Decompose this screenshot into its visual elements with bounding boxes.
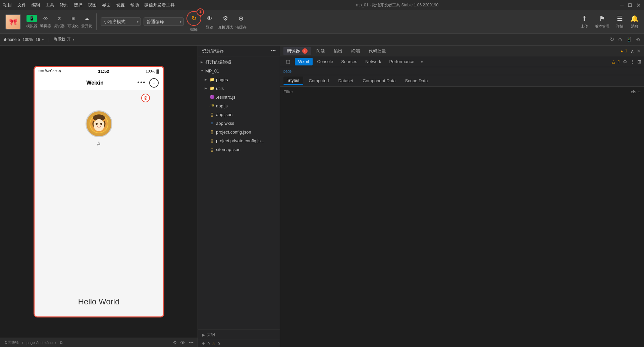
rotate-icon[interactable]: ⟲ (636, 37, 640, 42)
preview-group[interactable]: 👁 预览 (204, 14, 215, 30)
settings-icon[interactable]: ⚙ (173, 340, 177, 345)
menu-help[interactable]: 帮助 (130, 2, 139, 8)
editor-group[interactable]: </> 编辑器 (40, 15, 51, 29)
simulator-btn[interactable]: 📱 (26, 15, 37, 22)
appjs-label: app.js (216, 103, 228, 108)
menu-project[interactable]: 项目 (3, 2, 12, 8)
file-appjs[interactable]: JS app.js (198, 101, 280, 110)
file-explorer-more-icon[interactable]: ••• (271, 48, 276, 53)
more-tabs-btn[interactable]: » (419, 58, 426, 65)
eye-icon[interactable]: 👁 (180, 340, 185, 345)
nav-circle-icon[interactable]: ⊙ (149, 78, 159, 88)
folder-yellow-icon: 📁 (209, 77, 215, 82)
tab-sources[interactable]: Sources (338, 58, 361, 65)
file-appwxss[interactable]: ≡ app.wxss (198, 119, 280, 128)
hot-reload-toggle[interactable]: 热重载 开 ▼ (53, 37, 75, 42)
tab-console[interactable]: Console (314, 58, 337, 65)
add-style-btn[interactable]: + (638, 89, 641, 95)
menu-bar[interactable]: 项目 文件 编辑 工具 转到 选择 视图 界面 设置 帮助 微信开发者工具 (3, 2, 175, 8)
file-eslintrc[interactable]: 🟣 .eslintrc.js (198, 93, 280, 101)
mode-select-wrapper[interactable]: 小程序模式 (101, 17, 141, 26)
preview-btn[interactable]: 👁 (204, 14, 215, 23)
tab-debugger[interactable]: 调试器 1 (283, 47, 311, 55)
open-editors-section[interactable]: ▶ 打开的编辑器 (198, 58, 280, 66)
tab-component-data[interactable]: Component Data (359, 77, 399, 85)
avatar-svg (89, 114, 109, 134)
menu-edit[interactable]: 编辑 (32, 2, 40, 8)
tab-wxml[interactable]: Wxml (295, 58, 313, 65)
tab-dataset[interactable]: Dataset (334, 77, 357, 85)
real-debug-group[interactable]: ⚙ 真机调试 (218, 13, 233, 30)
folder-pages[interactable]: ▶ 📁 pages (198, 75, 280, 84)
minimize-button[interactable]: ─ (620, 2, 624, 8)
upload-group[interactable]: ⬆ 上传 (581, 14, 588, 29)
simulator-group[interactable]: 📱 模拟器 (26, 15, 37, 29)
menu-settings[interactable]: 设置 (116, 2, 125, 8)
project-root[interactable]: ▼ MP_01 (198, 66, 280, 75)
tab-styles[interactable]: Styles (283, 77, 303, 85)
tab-terminal[interactable]: 终端 (348, 47, 363, 55)
visual-group[interactable]: ⊞ 可视化 (67, 15, 78, 29)
visual-btn[interactable]: ⊞ (69, 15, 77, 22)
file-projectconfig[interactable]: {} project.config.json (198, 128, 280, 136)
maximize-button[interactable]: □ (628, 2, 632, 8)
tab-network[interactable]: Network (362, 58, 385, 65)
cloud-label: 云开发 (81, 23, 92, 29)
panel-layout-icon[interactable]: ⊞ (637, 59, 641, 64)
tab-computed[interactable]: Computed (305, 77, 333, 85)
menu-file[interactable]: 文件 (17, 2, 26, 8)
message-group[interactable]: 🔔 消息 (630, 14, 639, 29)
tab-output[interactable]: 输出 (330, 47, 346, 55)
debugger-btn[interactable]: ⧖ (55, 15, 63, 22)
window-controls[interactable]: ─ □ ✕ (620, 2, 641, 8)
chevron-up-icon[interactable]: ∧ (631, 48, 634, 54)
more-icon[interactable]: ••• (189, 340, 194, 345)
phone-icon[interactable]: 📱 (626, 37, 632, 42)
circled-one-icon: ① (197, 8, 204, 16)
mode-select[interactable]: 小程序模式 (101, 17, 141, 26)
tab-quality[interactable]: 代码质量 (365, 47, 389, 55)
more-settings-icon[interactable]: ⋮ (630, 59, 635, 64)
stop-icon[interactable]: ⊙ (618, 37, 622, 42)
page-copy-icon[interactable]: ⧉ (60, 340, 63, 345)
menu-goto[interactable]: 转到 (60, 2, 68, 8)
gear-icon[interactable]: ⚙ (623, 59, 627, 64)
device-selector[interactable]: iPhone 5 100% 16 ▼ (4, 37, 44, 42)
file-panel-bottom: ⊗ 0 △ 0 (198, 340, 280, 347)
cloud-btn[interactable]: ☁ (82, 15, 92, 22)
menu-wechat-devtools[interactable]: 微信开发者工具 (144, 2, 175, 8)
tab-inspect[interactable]: ⬚ (283, 58, 293, 65)
debugger-group[interactable]: ⧖ 调试器 (54, 15, 65, 29)
real-debug-btn[interactable]: ⚙ (220, 13, 231, 23)
menu-tools[interactable]: 工具 (46, 2, 54, 8)
devtools-panel: 调试器 1 问题 输出 终端 代码质量 ▲ 1 ∧ ✕ (280, 46, 644, 347)
styles-filter-input[interactable] (283, 89, 630, 94)
more-dots-icon[interactable]: ••• (138, 79, 146, 86)
refresh-icon[interactable]: ↻ (610, 36, 614, 43)
tab-issues[interactable]: 问题 (313, 47, 328, 55)
file-projectprivate[interactable]: {} project.private.config.js... (198, 136, 280, 145)
cloud-icon: ☁ (85, 16, 89, 21)
compile-select-wrapper[interactable]: 普通编译 (144, 17, 184, 26)
folder-utils[interactable]: ▶ 📁 utils (198, 84, 280, 93)
cloud-group[interactable]: ☁ 云开发 (81, 15, 92, 29)
tab-scope-data[interactable]: Scope Data (401, 77, 432, 85)
file-sitemap[interactable]: {} sitemap.json (198, 145, 280, 154)
menu-view[interactable]: 视图 (88, 2, 97, 8)
visual-icon: ⊞ (71, 16, 75, 21)
file-appjson[interactable]: {} app.json (198, 110, 280, 119)
detail-group[interactable]: ☰ 详情 (616, 14, 624, 29)
version-group[interactable]: ⚑ 版本管理 (595, 14, 609, 29)
devtools-close-icon[interactable]: ✕ (637, 48, 641, 54)
clear-cache-btn[interactable]: ⊕ (236, 13, 246, 23)
tab-performance[interactable]: Performance (386, 58, 418, 65)
clear-cache-group[interactable]: ⊕ 清缓存 (235, 13, 247, 30)
compile-group[interactable]: ↻ 编译 ① (186, 11, 201, 32)
title-bar: 项目 文件 编辑 工具 转到 选择 视图 界面 设置 帮助 微信开发者工具 mp… (0, 0, 644, 10)
compile-select[interactable]: 普通编译 (144, 17, 184, 26)
menu-select[interactable]: 选择 (74, 2, 83, 8)
close-button[interactable]: ✕ (636, 2, 641, 8)
editor-btn[interactable]: </> (40, 15, 51, 22)
network-label: Network (365, 59, 381, 64)
menu-interface[interactable]: 界面 (102, 2, 111, 8)
